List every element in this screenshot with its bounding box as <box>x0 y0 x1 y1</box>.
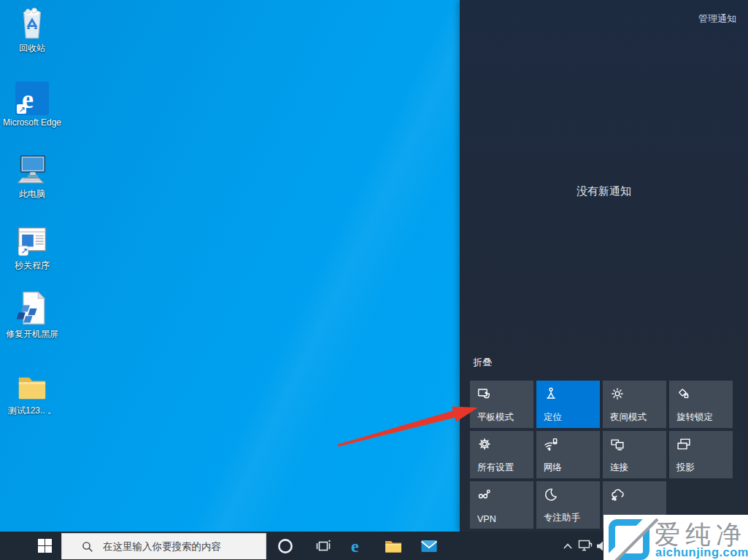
search-icon <box>82 541 93 553</box>
start-button[interactable] <box>0 532 61 560</box>
settings-gear-icon <box>477 436 493 452</box>
tile-label: 定位 <box>544 411 562 424</box>
tile-label: 旋转锁定 <box>676 411 713 424</box>
quick-action-tile-所有设置[interactable]: 所有设置 <box>470 431 533 478</box>
watermark-badge: 爱纯净 aichunjing.com <box>604 515 748 560</box>
rotation-lock-icon <box>676 386 692 402</box>
windows-logo-icon <box>38 539 52 553</box>
windows-desktop: 回收站e↗Microsoft Edge此电脑↗秒关程序修复开机黑屏测试123..… <box>0 0 748 560</box>
file-explorer-icon[interactable] <box>379 532 408 560</box>
quick-action-tile-网络[interactable]: 网络 <box>536 431 600 478</box>
desktop-icon-label: 此电脑 <box>1 189 63 199</box>
tile-label: 连接 <box>610 462 628 474</box>
desktop-icon-3[interactable]: 此电脑 <box>1 150 63 199</box>
network-wifi-icon <box>543 436 559 452</box>
screen-snip-icon <box>609 486 625 502</box>
desktop-icon-label: 修复开机黑屏 <box>1 329 63 339</box>
quick-action-tile-旋转锁定[interactable]: 旋转锁定 <box>669 381 733 428</box>
desktop-icon-4[interactable]: ↗秒关程序 <box>1 222 63 271</box>
registry-file-icon <box>1 290 63 327</box>
desktop-icon-6[interactable]: 测试123.. 。 <box>1 367 63 416</box>
edge-shortcut-icon: e↗ <box>1 79 63 115</box>
svg-text:e: e <box>351 537 359 556</box>
watermark-domain-text: aichunjing.com <box>655 545 748 559</box>
desktop-icon-label: 测试123.. 。 <box>1 405 63 416</box>
desktop-icon-2[interactable]: e↗Microsoft Edge <box>1 79 63 128</box>
tile-label: 专注助手 <box>544 512 580 524</box>
tile-label: VPN <box>477 514 496 524</box>
quick-action-tile-投影[interactable]: 投影 <box>669 431 733 478</box>
this-pc-icon <box>1 150 63 187</box>
quick-action-tile-连接[interactable]: 连接 <box>603 431 666 478</box>
mail-icon[interactable] <box>415 532 444 560</box>
svg-text:↗: ↗ <box>19 105 26 114</box>
quick-action-tile-VPN[interactable]: VPN <box>470 481 533 529</box>
quick-action-tile-定位[interactable]: 定位 <box>536 381 600 428</box>
action-center-panel: 管理通知 没有新通知 折叠 平板模式定位夜间模式旋转锁定所有设置网络连接投影VP… <box>460 0 748 532</box>
task-view-icon[interactable] <box>309 532 338 560</box>
desktop-icon-1[interactable]: 回收站 <box>1 4 63 53</box>
search-placeholder-text: 在这里输入你要搜索的内容 <box>103 540 221 553</box>
chevron-up-icon[interactable] <box>558 532 577 560</box>
no-notifications-text: 没有新通知 <box>460 184 748 198</box>
manage-notifications-link[interactable]: 管理通知 <box>698 12 736 26</box>
svg-text:↗: ↗ <box>20 246 28 255</box>
app-window-shortcut-icon: ↗ <box>1 222 63 258</box>
focus-assist-icon <box>543 486 559 502</box>
collapse-link[interactable]: 折叠 <box>473 356 492 369</box>
recycle-bin-icon <box>1 4 63 41</box>
edge-icon[interactable]: e <box>343 532 372 560</box>
quick-action-tile-夜间模式[interactable]: 夜间模式 <box>603 381 666 428</box>
vpn-icon <box>477 486 493 502</box>
watermark-logo-icon <box>609 519 649 560</box>
tile-label: 平板模式 <box>477 411 514 424</box>
night-light-icon <box>609 386 625 402</box>
quick-actions-grid: 平板模式定位夜间模式旋转锁定所有设置网络连接投影VPN专注助手 <box>470 381 739 529</box>
connect-icon <box>609 436 625 452</box>
desktop-icon-label: 秒关程序 <box>1 260 63 271</box>
desktop-icon-label: Microsoft Edge <box>1 117 63 128</box>
quick-action-tile-平板模式[interactable]: 平板模式 <box>470 381 533 428</box>
tile-label: 夜间模式 <box>610 411 647 424</box>
desktop-icon-label: 回收站 <box>1 43 63 53</box>
folder-icon <box>1 367 63 403</box>
tile-label: 网络 <box>544 462 562 474</box>
tile-label: 投影 <box>676 462 695 474</box>
cortana-icon[interactable] <box>271 532 300 560</box>
taskbar-search-input[interactable]: 在这里输入你要搜索的内容 <box>61 533 266 559</box>
location-icon <box>543 386 559 402</box>
tile-label: 所有设置 <box>477 462 514 474</box>
quick-action-tile-专注助手[interactable]: 专注助手 <box>536 481 600 529</box>
desktop-icon-5[interactable]: 修复开机黑屏 <box>1 290 63 339</box>
project-icon <box>676 436 692 452</box>
tablet-mode-icon <box>477 386 493 402</box>
